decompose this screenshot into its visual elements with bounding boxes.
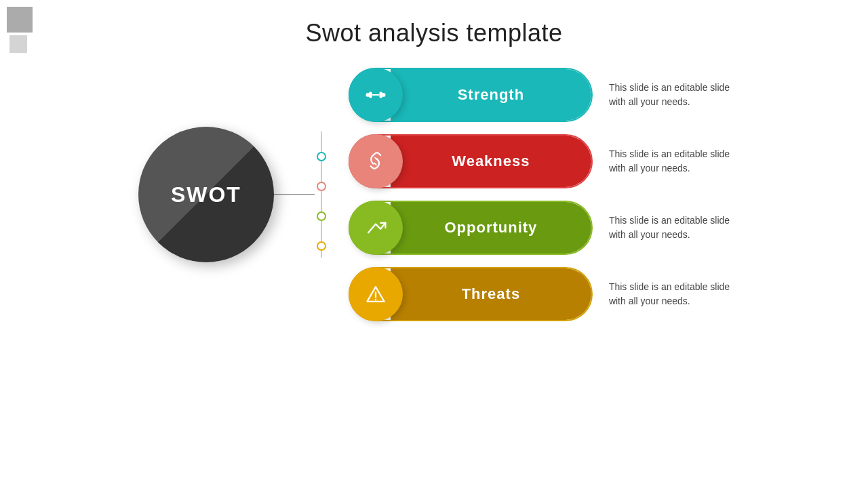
strength-pill: Strength: [349, 68, 593, 122]
opportunity-pill: Opportunity: [349, 201, 593, 255]
threats-label: Threats: [462, 285, 520, 303]
threats-pill: Threats: [349, 267, 593, 321]
threats-icon-circle: [349, 267, 403, 321]
timeline-dot-opportunity: [317, 211, 326, 221]
weakness-description: This slide is an editable slide with all…: [609, 147, 730, 176]
svg-line-6: [374, 163, 376, 165]
page-title: Swot analysis template: [0, 0, 868, 47]
warning-icon: [363, 282, 388, 306]
swot-items: Strength This slide is an editable slide…: [349, 68, 730, 321]
decorative-squares: [7, 7, 33, 53]
opportunity-label-bg: Opportunity: [391, 202, 591, 253]
opportunity-description: This slide is an editable slide with all…: [609, 214, 730, 242]
svg-rect-2: [369, 92, 372, 98]
arrow-up-icon: [363, 216, 388, 240]
weakness-label-bg: Weakness: [391, 136, 591, 187]
timeline-dot-weakness: [317, 182, 326, 191]
threats-description: This slide is an editable slide with all…: [609, 280, 730, 308]
swot-circle-label: SWOT: [171, 182, 241, 207]
opportunity-icon-circle: [349, 201, 403, 255]
timeline-dot-threats: [317, 241, 326, 251]
opportunity-label: Opportunity: [444, 219, 537, 237]
dumbbell-icon: [363, 83, 388, 107]
svg-point-8: [375, 299, 377, 301]
opportunity-row: Opportunity This slide is an editable sl…: [349, 201, 730, 255]
h-connector: [274, 194, 315, 195]
timeline: [315, 131, 328, 258]
strength-label: Strength: [458, 86, 524, 104]
weakness-pill: Weakness: [349, 134, 593, 188]
weakness-label: Weakness: [452, 152, 530, 170]
svg-rect-3: [379, 92, 382, 98]
strength-description: This slide is an editable slide with all…: [609, 81, 730, 109]
timeline-dot-strength: [317, 152, 326, 161]
weakness-icon-circle: [349, 134, 403, 188]
threats-row: Threats This slide is an editable slide …: [349, 267, 730, 321]
broken-link-icon: [363, 149, 388, 174]
weakness-row: Weakness This slide is an editable slide…: [349, 134, 730, 188]
strength-icon-circle: [349, 68, 403, 122]
strength-label-bg: Strength: [391, 69, 591, 121]
svg-line-5: [375, 158, 377, 160]
svg-rect-4: [372, 94, 379, 96]
swot-circle: SWOT: [138, 127, 274, 262]
strength-row: Strength This slide is an editable slide…: [349, 68, 730, 122]
threats-label-bg: Threats: [391, 268, 591, 320]
